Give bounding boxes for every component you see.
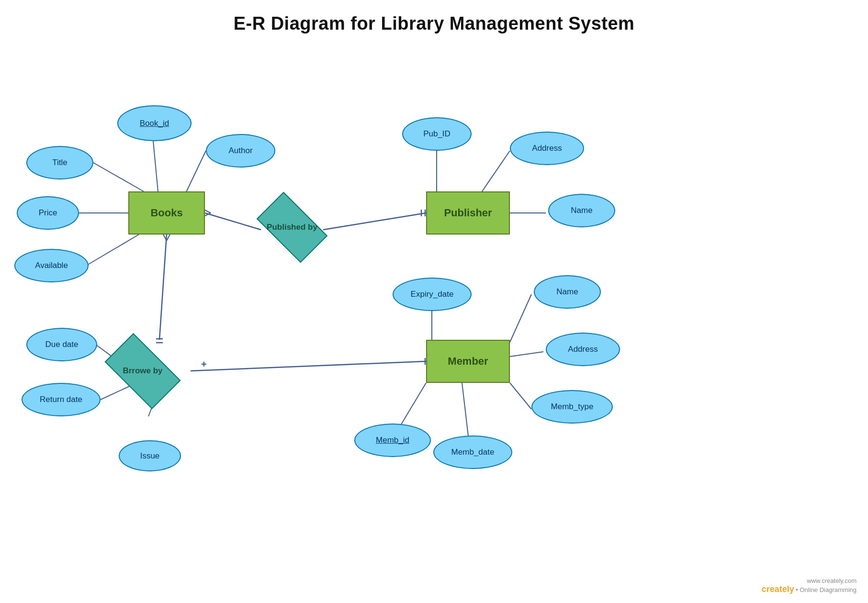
attribute-memb-type: Memb_type — [531, 390, 613, 424]
attribute-address-member: Address — [546, 333, 620, 366]
attribute-expiry-date: Expiry_date — [393, 278, 472, 311]
attribute-book-id: Book_id — [117, 105, 192, 141]
attribute-memb-id: Memb_id — [354, 424, 431, 457]
relationship-published-by: Published by — [261, 206, 323, 249]
watermark-tagline: • Online Diagramming — [796, 586, 857, 593]
svg-line-0 — [153, 141, 158, 191]
watermark: www.creately.com creately • Online Diagr… — [762, 577, 857, 594]
entity-publisher: Publisher — [426, 191, 510, 234]
attribute-return-date: Return date — [22, 383, 101, 416]
svg-line-1 — [93, 163, 144, 191]
attribute-due-date: Due date — [26, 328, 97, 361]
entity-books: Books — [128, 191, 205, 234]
svg-line-15 — [159, 234, 167, 340]
er-diagram: + Books Publisher Member Published by Br… — [0, 43, 868, 603]
attribute-price: Price — [17, 196, 79, 230]
attribute-title: Title — [26, 146, 93, 179]
attribute-name-member: Name — [534, 275, 601, 309]
svg-line-20 — [191, 361, 426, 371]
diagram-title: E-R Diagram for Library Management Syste… — [0, 0, 868, 34]
attribute-memb-date: Memb_date — [433, 436, 512, 469]
attribute-pub-id: Pub_ID — [402, 117, 472, 151]
svg-line-9 — [323, 213, 426, 230]
svg-line-27 — [510, 294, 531, 342]
attribute-address-publisher: Address — [510, 132, 584, 165]
watermark-site: www.creately.com — [807, 577, 857, 584]
svg-line-6 — [204, 210, 211, 213]
attribute-issue: Issue — [119, 440, 181, 471]
attribute-name-publisher: Name — [548, 194, 615, 227]
svg-line-13 — [479, 151, 510, 196]
attribute-author: Author — [206, 134, 275, 168]
entity-member: Member — [426, 340, 510, 383]
svg-line-4 — [86, 234, 139, 266]
svg-line-29 — [510, 383, 531, 409]
relationship-brrowe-by: Brrowe by — [104, 347, 181, 395]
svg-line-28 — [510, 352, 543, 357]
attribute-available: Available — [14, 249, 89, 282]
svg-line-5 — [205, 213, 261, 230]
svg-text:+: + — [201, 359, 207, 369]
watermark-brand: creately — [762, 584, 794, 594]
